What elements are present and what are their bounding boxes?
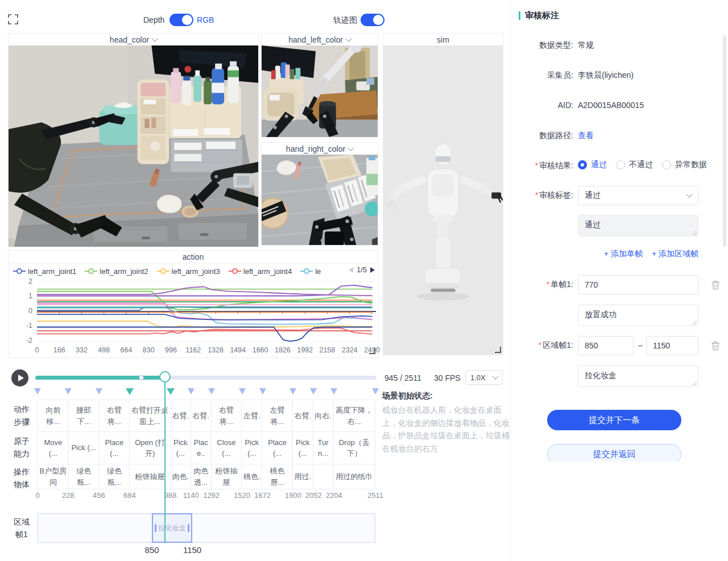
- step-cell[interactable]: 桃色.: [242, 464, 262, 489]
- legend-item-le[interactable]: le: [300, 267, 321, 276]
- legend-prev-icon[interactable]: [349, 267, 353, 273]
- step-cell[interactable]: Pick (...: [293, 432, 313, 464]
- step-marker-988[interactable]: [167, 388, 175, 395]
- step-marker-1520[interactable]: [239, 388, 246, 394]
- step-cell[interactable]: Turn...: [313, 432, 333, 464]
- step-marker-2052[interactable]: [310, 388, 317, 394]
- step-cell[interactable]: Move (...: [38, 432, 68, 464]
- step-cell[interactable]: Close (...: [212, 432, 242, 464]
- step-column-10: 向右.Turn...: [313, 400, 334, 489]
- speed-select[interactable]: 1.0X: [465, 370, 503, 385]
- submit-back-button[interactable]: 提交并返回: [547, 444, 681, 462]
- steps-table: 向前移...Move (...B户型房间腰部下...Pick (...绿色瓶..…: [38, 400, 375, 489]
- step-marker-684[interactable]: [126, 388, 134, 395]
- region-end-input[interactable]: 1150: [646, 336, 698, 355]
- sim-viewport[interactable]: [383, 45, 503, 355]
- step-marker-228[interactable]: [65, 388, 72, 394]
- region-right-handle[interactable]: [188, 524, 189, 532]
- step-cell[interactable]: Pick (...: [171, 432, 191, 464]
- step-cell[interactable]: 绿色瓶...: [69, 464, 99, 489]
- step-cell[interactable]: Place..: [191, 432, 211, 464]
- single-frame-input[interactable]: 770: [578, 275, 698, 294]
- step-cell[interactable]: 右臂将...: [212, 400, 242, 432]
- review-result-option-通过[interactable]: 通过: [578, 160, 607, 170]
- review-tag-comment[interactable]: 通过: [578, 215, 698, 236]
- single-frame-comment[interactable]: 放置成功: [578, 305, 698, 326]
- add-single-frame-button[interactable]: + 添加单帧: [604, 249, 643, 259]
- step-cell[interactable]: 左臂.: [242, 400, 262, 432]
- resize-corner-icon[interactable]: [495, 347, 501, 353]
- step-cell[interactable]: 用过.: [293, 464, 313, 489]
- head-camera-header[interactable]: head_color: [9, 34, 258, 46]
- step-marker-2511[interactable]: [372, 388, 379, 394]
- step-cell[interactable]: B户型房间: [38, 464, 68, 489]
- step-marker-2204[interactable]: [330, 388, 337, 394]
- legend-item-left_arm_joint2[interactable]: left_arm_joint2: [85, 267, 148, 276]
- legend-item-left_arm_joint4[interactable]: left_arm_joint4: [229, 267, 292, 276]
- fullscreen-icon[interactable]: [8, 14, 18, 24]
- review-result-option-不通过[interactable]: 不通过: [616, 160, 653, 170]
- radio-unselected-icon[interactable]: [616, 160, 625, 169]
- step-cell[interactable]: [313, 464, 333, 489]
- step-cell[interactable]: 腰部下...: [69, 400, 99, 432]
- step-cell[interactable]: 桃色唇...: [262, 464, 292, 489]
- legend-item-left_arm_joint3[interactable]: left_arm_joint3: [157, 267, 220, 276]
- step-cell[interactable]: Drop（丢下）: [334, 432, 375, 464]
- sim-header: sim: [383, 34, 503, 46]
- step-marker-1140[interactable]: [188, 388, 195, 394]
- step-cell[interactable]: Place (...: [262, 432, 292, 464]
- region-start-input[interactable]: 850: [578, 336, 634, 355]
- step-cell[interactable]: 右臂.: [293, 400, 313, 432]
- trajectory-toggle[interactable]: [361, 14, 384, 26]
- step-cell[interactable]: 绿色瓶...: [100, 464, 130, 489]
- step-cell[interactable]: 肉色.: [171, 464, 191, 489]
- step-cell[interactable]: 向右.: [313, 400, 333, 432]
- region-frame-box[interactable]: 拉化妆盒: [152, 513, 192, 543]
- hand-right-camera-header[interactable]: hand_right_color: [262, 143, 378, 155]
- step-marker-0[interactable]: [34, 388, 41, 394]
- step-cell[interactable]: 右臂.: [171, 400, 191, 432]
- radio-unselected-icon[interactable]: [662, 160, 671, 169]
- legend-next-icon[interactable]: [370, 267, 375, 273]
- region-frame-track[interactable]: [38, 513, 375, 543]
- submit-next-button[interactable]: 提交并下一条: [547, 410, 681, 430]
- hand-left-camera-header[interactable]: hand_left_color: [262, 34, 378, 46]
- region-left-handle[interactable]: [155, 524, 156, 532]
- legend-page-text: 1/5: [357, 265, 367, 274]
- step-cell[interactable]: Pick (...: [69, 432, 99, 464]
- trash-icon[interactable]: [711, 341, 720, 351]
- play-button[interactable]: [11, 369, 28, 387]
- panel-scrollbar[interactable]: [723, 35, 726, 247]
- slider-fill: [35, 376, 165, 380]
- step-cell[interactable]: 右臂.: [191, 400, 211, 432]
- step-cell[interactable]: Pick (...: [242, 432, 262, 464]
- step-cell[interactable]: 肉色透...: [191, 464, 211, 489]
- region-frame-comment[interactable]: 拉化妆盒: [578, 365, 698, 387]
- chevron-down-icon: [686, 191, 692, 197]
- step-marker-456[interactable]: [96, 388, 102, 394]
- step-cell[interactable]: 左臂将...: [262, 400, 292, 432]
- depth-rgb-toggle[interactable]: [169, 14, 193, 26]
- review-tag-select[interactable]: 通过: [578, 186, 698, 205]
- legend-item-left_arm_joint1[interactable]: left_arm_joint1: [13, 267, 76, 276]
- progress-slider[interactable]: [35, 376, 377, 380]
- step-marker-1292[interactable]: [208, 388, 215, 394]
- step-cell[interactable]: Place (...: [100, 432, 130, 464]
- step-cell[interactable]: 向前移...: [38, 400, 68, 432]
- step-marker-1672[interactable]: [259, 388, 266, 394]
- hand-left-camera-image: [262, 45, 378, 137]
- step-cell[interactable]: 用过的纸巾: [334, 464, 375, 489]
- step-cell[interactable]: 高度下降，右...: [334, 400, 375, 432]
- chart-ytick-label: -2: [15, 336, 32, 344]
- trash-icon[interactable]: [711, 280, 720, 290]
- trajectory-label: 轨迹图: [333, 15, 357, 26]
- review-result-option-异常数据[interactable]: 异常数据: [662, 160, 707, 170]
- add-region-frame-button[interactable]: + 添加区域帧: [652, 249, 698, 259]
- data-path-view-link[interactable]: 查看: [578, 131, 594, 141]
- slider-handle[interactable]: [159, 371, 171, 383]
- step-marker-1900[interactable]: [289, 388, 296, 394]
- radio-selected-icon[interactable]: [578, 160, 587, 169]
- step-cell[interactable]: 粉饼抽屉: [212, 464, 242, 489]
- step-cell[interactable]: 右臂将...: [100, 400, 130, 432]
- resize-corner-icon[interactable]: [369, 348, 375, 354]
